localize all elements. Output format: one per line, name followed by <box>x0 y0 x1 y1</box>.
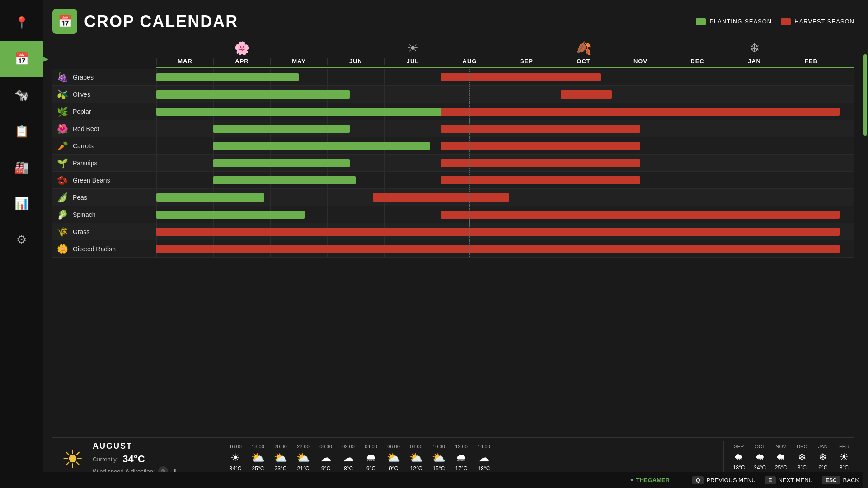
current-month-line <box>469 69 470 85</box>
crop-bars-area <box>156 172 840 188</box>
current-month-line <box>469 223 470 240</box>
forecast-icon-cell: 🌧 <box>728 451 750 463</box>
month-header-MAY: MAY <box>270 58 327 65</box>
bar-orange <box>561 90 612 99</box>
sidebar-item-calendar[interactable]: 📅 <box>0 41 43 77</box>
month-header-DEC: DEC <box>669 58 726 65</box>
bar-orange <box>373 193 509 202</box>
months-header: MARAPRMAYJUNJULAUGSEPOCTNOVDECJANFEB <box>156 58 854 68</box>
crop-row: 🫘Green Beans <box>52 172 854 189</box>
next-menu-shortcut[interactable]: E NEXT MENU <box>765 476 813 484</box>
sidebar-item-stats[interactable]: 📊 <box>0 185 43 221</box>
grid-line <box>612 86 612 103</box>
sun-icon: ☀ <box>61 445 84 474</box>
weather-temps-row: 34°C25°C23°C21°C9°C8°C9°C9°C12°C15°C17°C… <box>224 465 723 472</box>
forecast-high-cell: 24°C <box>750 465 771 471</box>
forecast-icon-cell: ☀ <box>834 451 855 463</box>
scrollbar[interactable] <box>863 0 868 488</box>
forecast-high-cell: 25°C <box>770 465 792 471</box>
crop-label-grapes: 🍇Grapes <box>52 72 156 83</box>
crop-row: 🌼Oilseed Radish <box>52 240 854 258</box>
season-icon-spring: 🌸 <box>156 41 327 56</box>
grid-line <box>327 189 328 206</box>
current-month-line <box>469 240 470 257</box>
crop-label-oilseed-radish: 🌼Oilseed Radish <box>52 244 156 254</box>
grid-line <box>384 120 385 137</box>
crop-icon: 🌼 <box>57 244 68 254</box>
grid-line <box>783 172 783 188</box>
grid-line <box>384 206 385 223</box>
crop-bars-area <box>156 103 840 120</box>
crop-label-poplar: 🌿Poplar <box>52 106 156 117</box>
crop-icon: 🫒 <box>57 89 68 100</box>
bar-orange <box>441 211 840 219</box>
sidebar-item-settings[interactable]: ⚙ <box>0 221 43 258</box>
calendar-icon-box: 📅 <box>52 9 77 34</box>
planting-label: PLANTING SEASON <box>709 18 772 25</box>
grid-line <box>156 120 157 137</box>
crop-bars-area <box>156 206 840 223</box>
main-content: 📅 CROP CALENDAR PLANTING SEASON HARVEST … <box>43 0 868 488</box>
bar-green <box>156 90 350 99</box>
weather-time-cell: 06:00 <box>382 444 405 449</box>
forecast-high-cell: 6°C <box>812 465 834 471</box>
month-header-AUG: AUG <box>441 58 498 65</box>
current-month-line <box>469 172 470 188</box>
back-shortcut[interactable]: ESC BACK <box>822 476 859 484</box>
grid-line <box>612 69 612 85</box>
sidebar-item-map[interactable]: 📍 <box>0 5 43 41</box>
weather-time-cell: 14:00 <box>473 444 495 449</box>
prev-menu-label: PREVIOUS MENU <box>706 477 755 483</box>
weather-time-cell: 02:00 <box>337 444 360 449</box>
crop-name: Poplar <box>73 108 91 115</box>
crop-label-grass: 🌾Grass <box>52 226 156 237</box>
crop-name: Olives <box>73 91 90 98</box>
crop-label-peas: 🫛Peas <box>52 192 156 203</box>
weather-temp-cell: 8°C <box>337 465 360 472</box>
grid-line <box>669 86 669 103</box>
sidebar-item-production[interactable]: 🏭 <box>0 149 43 185</box>
forecast-month-cell: NOV <box>770 444 792 449</box>
weather-time-cell: 04:00 <box>360 444 382 449</box>
grid-line <box>156 155 157 171</box>
grid-line <box>384 69 385 85</box>
sidebar-item-tasks[interactable]: 📋 <box>0 113 43 149</box>
crop-row: 🌺Red Beet <box>52 120 854 137</box>
sidebar-item-animals[interactable]: 🐄 <box>0 77 43 113</box>
bar-green <box>213 142 430 150</box>
forecast-high-cell: 18°C <box>728 465 750 471</box>
current-temp: 34°C <box>122 453 145 465</box>
chart-area: 🌸☀🍂❄ MARAPRMAYJUNJULAUGSEPOCTNOVDECJANFE… <box>52 41 854 437</box>
back-label: BACK <box>843 477 859 483</box>
grid-line <box>669 155 669 171</box>
bar-green <box>213 159 350 167</box>
bar-orange <box>441 159 640 167</box>
crop-bars-area <box>156 223 840 240</box>
esc-key: ESC <box>822 476 840 484</box>
weather-icons-row: ☀⛅⛅⛅☁☁🌧⛅⛅⛅🌧☁ <box>224 451 723 464</box>
grid-line <box>726 189 726 206</box>
weather-icon-cell: ☁ <box>337 451 360 464</box>
sidebar: 📍📅🐄📋🏭📊⚙ <box>0 0 43 488</box>
grid-line <box>669 172 669 188</box>
crop-row: 🫛Peas <box>52 189 854 206</box>
forecast-high-row: 18°C24°C25°C3°C6°C8°C <box>728 465 854 471</box>
grid-line <box>783 120 783 137</box>
scrollbar-thumb[interactable] <box>863 54 867 136</box>
weather-icon-cell: ⛅ <box>382 451 405 464</box>
grid-line <box>726 86 726 103</box>
prev-menu-shortcut[interactable]: Q PREVIOUS MENU <box>692 476 755 484</box>
crop-icon: 🥬 <box>57 209 68 220</box>
weather-temp-cell: 9°C <box>382 465 405 472</box>
grid-line <box>726 137 726 154</box>
crop-label-green-beans: 🫘Green Beans <box>52 175 156 186</box>
forecast-icon-cell: 🌧 <box>770 451 792 463</box>
harvest-label: HARVEST SEASON <box>794 18 854 25</box>
crop-bars-area <box>156 240 840 257</box>
grid-line <box>783 69 783 85</box>
current-month-line <box>469 86 470 103</box>
forecast-month-cell: DEC <box>792 444 813 449</box>
logo-text: THEGAMER <box>636 477 670 483</box>
grid-line <box>384 155 385 171</box>
crop-bars-area <box>156 137 840 154</box>
